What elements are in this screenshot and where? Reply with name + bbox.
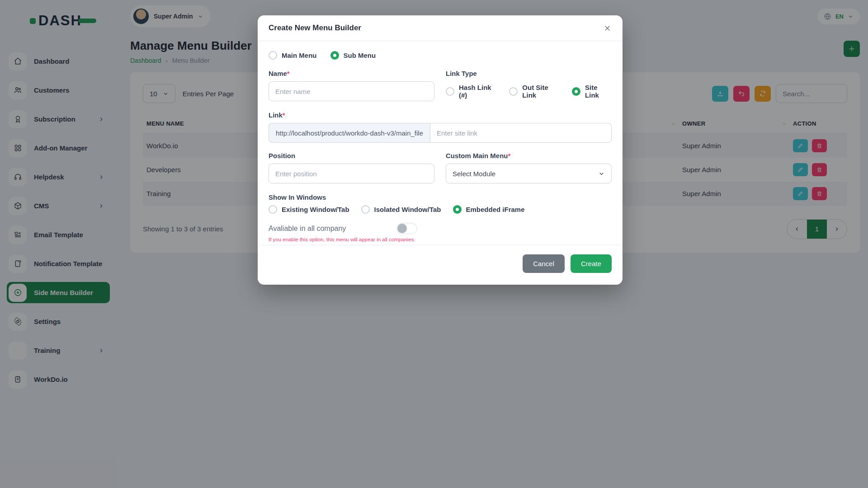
- link-type-label: Link Type: [446, 70, 612, 77]
- cancel-button[interactable]: Cancel: [523, 254, 565, 273]
- link-type-group: Link Type Hash Link (#) Out Site Link Si…: [446, 70, 612, 101]
- radio-circle: [269, 205, 277, 214]
- site-link-input[interactable]: [430, 123, 612, 143]
- close-icon: [603, 24, 612, 33]
- chevron-down-icon: [598, 170, 605, 177]
- radio-circle-checked: [330, 51, 339, 60]
- modal-footer: Cancel Create: [258, 245, 623, 285]
- close-button[interactable]: [603, 24, 612, 33]
- position-field-group: Position: [269, 152, 434, 183]
- radio-circle-checked: [572, 87, 580, 96]
- show-in-windows-group: Show In Windows Existing Window/Tab Isol…: [269, 193, 612, 214]
- available-toggle-switch[interactable]: [396, 223, 417, 234]
- radio-isolated-window[interactable]: Isolated Window/Tab: [361, 205, 441, 214]
- position-label: Position: [269, 152, 434, 160]
- available-label: Avaliable in all company: [269, 225, 346, 233]
- radio-embedded-iframe[interactable]: Embedded iFrame: [453, 205, 525, 214]
- radio-existing-window[interactable]: Existing Window/Tab: [269, 205, 349, 214]
- show-in-windows-label: Show In Windows: [269, 193, 612, 201]
- radio-circle: [446, 87, 454, 96]
- link-field-group: Link* http://localhost/product/workdo-da…: [269, 111, 612, 143]
- radio-hash-link[interactable]: Hash Link (#): [446, 84, 499, 99]
- toggle-help-text: If you enable this option, this menu wil…: [269, 237, 612, 242]
- custom-main-menu-group: Custom Main Menu* Select Module: [446, 152, 612, 183]
- modal-title: Create New Menu Builder: [269, 23, 361, 33]
- name-input[interactable]: [269, 81, 434, 101]
- create-button[interactable]: Create: [571, 254, 612, 273]
- position-input[interactable]: [269, 164, 434, 183]
- radio-sub-menu[interactable]: Sub Menu: [330, 51, 376, 60]
- module-select[interactable]: Select Module: [446, 164, 612, 183]
- create-menu-builder-modal: Create New Menu Builder Main Menu Sub Me…: [258, 15, 623, 285]
- menu-type-radio-group: Main Menu Sub Menu: [269, 51, 612, 60]
- modal-header: Create New Menu Builder: [258, 15, 623, 41]
- radio-circle: [269, 51, 277, 60]
- radio-circle: [361, 205, 370, 214]
- custom-main-menu-label: Custom Main Menu*: [446, 152, 612, 160]
- link-url-prefix: http://localhost/product/workdo-dash-v3/…: [269, 123, 430, 143]
- available-toggle-group: Avaliable in all company If you enable t…: [269, 223, 612, 242]
- radio-main-menu[interactable]: Main Menu: [269, 51, 317, 60]
- radio-out-site-link[interactable]: Out Site Link: [509, 84, 562, 99]
- radio-circle: [509, 87, 518, 96]
- link-label: Link*: [269, 111, 612, 119]
- name-label: Name*: [269, 70, 434, 77]
- modal-body: Main Menu Sub Menu Name* Link Type Hash …: [258, 41, 623, 245]
- name-field-group: Name*: [269, 70, 434, 101]
- toggle-knob: [397, 224, 407, 233]
- show-in-windows-radio-group: Existing Window/Tab Isolated Window/Tab …: [269, 205, 612, 214]
- module-select-value: Select Module: [453, 170, 495, 178]
- radio-circle-checked: [453, 205, 462, 214]
- radio-site-link[interactable]: Site Link: [572, 84, 612, 99]
- link-type-radio-group: Hash Link (#) Out Site Link Site Link: [446, 81, 612, 101]
